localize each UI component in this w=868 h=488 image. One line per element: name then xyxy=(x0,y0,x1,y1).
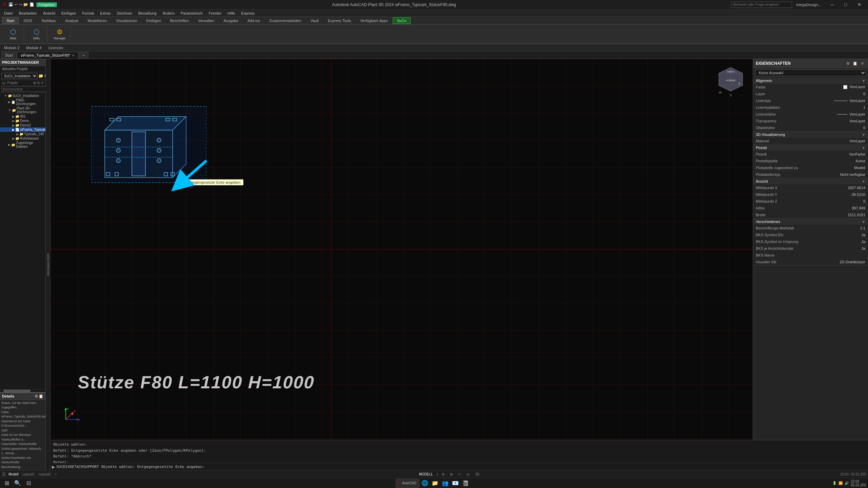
tab-start[interactable]: Start xyxy=(2,17,19,24)
tab-vault[interactable]: Vault xyxy=(306,17,323,24)
outlook-btn[interactable]: 📧 xyxy=(451,479,460,488)
menu-bemassung[interactable]: Bemaßung xyxy=(136,11,159,16)
chrome-btn[interactable]: 🌐 xyxy=(420,479,430,488)
maximize-button[interactable]: □ xyxy=(840,0,852,9)
menu-icon[interactable]: ☰ xyxy=(2,472,6,477)
undo-icon[interactable]: ↩ xyxy=(15,2,18,7)
tab-zusammenarbeiten[interactable]: Zusammenarbeiten xyxy=(265,17,306,24)
tab-ausgabe[interactable]: Ausgabe xyxy=(219,17,242,24)
tab-verfuegbare-apps[interactable]: Verfügbare Apps xyxy=(356,17,392,24)
props-section-plotstil-header[interactable]: Plotstil ▼ xyxy=(753,145,868,151)
props-tb-icon2[interactable]: 📋 xyxy=(852,60,858,66)
menu-zeichnen[interactable]: Zeichnen xyxy=(114,11,135,16)
start-button[interactable]: ⊞ xyxy=(2,479,12,488)
polar-btn[interactable]: ◎ xyxy=(465,471,471,477)
close-button[interactable]: ✕ xyxy=(853,0,865,9)
open-icon[interactable]: 📂 xyxy=(23,2,28,7)
tab-analyse[interactable]: Analyse xyxy=(61,17,83,24)
layout2-btn[interactable]: Layout2 xyxy=(37,471,52,477)
tab-stahlbau[interactable]: Stahlbau xyxy=(37,17,60,24)
menu-bearbeiten[interactable]: Bearbeiten xyxy=(16,11,40,16)
save-icon[interactable]: 💾 xyxy=(8,2,13,7)
tab-start-doc[interactable]: Start xyxy=(1,52,17,59)
teams-btn[interactable]: 👥 xyxy=(440,479,450,488)
props-section-3dvis-header[interactable]: 3D-Visualisierung ▼ xyxy=(753,131,868,138)
module-2[interactable]: Module 2 xyxy=(2,45,21,50)
menu-einfuegen[interactable]: Einfügen xyxy=(59,11,79,16)
tab-visualisieren[interactable]: Visualisieren xyxy=(112,17,141,24)
statusbar-modell[interactable]: MODELL xyxy=(418,471,434,477)
props-section-allgemein-header[interactable]: Allgemein ▼ xyxy=(753,78,868,84)
tree-item-rohrklassen[interactable]: ▶ 📁 Rohrklassen xyxy=(0,136,45,141)
tree-item-pid[interactable]: ▶ 📋 P&ID-Zeichnungen xyxy=(0,98,45,106)
new-icon[interactable]: 📄 xyxy=(29,2,34,7)
tree-collapse-icon[interactable]: ⊟ xyxy=(37,81,40,85)
tree-item-typicals[interactable]: ▶ 📁 Typicals_140 xyxy=(0,132,45,136)
freigeben-badge[interactable]: Freigeben xyxy=(36,2,57,7)
tab-modellieren[interactable]: Modellieren xyxy=(83,17,112,24)
tab-isos[interactable]: iSOS xyxy=(19,17,37,24)
tree-item-sucri[interactable]: ▼ 📁 SuCri_Installation xyxy=(0,94,45,98)
search-button[interactable]: 🔍 xyxy=(13,479,22,488)
model-btn[interactable]: Modell xyxy=(7,471,20,477)
minimize-button[interactable]: ─ xyxy=(826,0,838,9)
menu-extras[interactable]: Extras xyxy=(97,11,113,16)
sidebar-hscrollbar[interactable] xyxy=(0,389,45,392)
menu-hilfe[interactable]: Hilfe xyxy=(225,11,238,16)
layout1-btn[interactable]: Layout1 xyxy=(21,471,36,477)
props-close-icon[interactable]: ✕ xyxy=(859,60,865,66)
menu-datei[interactable]: Datei xyxy=(1,11,16,16)
grid-btn[interactable]: ⊞ xyxy=(449,471,454,477)
folder-icon[interactable]: 📁 xyxy=(38,74,43,78)
manager-btn[interactable]: ⚙ Manager xyxy=(52,26,68,42)
menu-ansicht[interactable]: Ansicht xyxy=(40,11,58,16)
tree-item-demo2[interactable]: ▶ 📁 Demo2 xyxy=(0,123,45,127)
search-input[interactable] xyxy=(1,86,47,92)
menu-format[interactable]: Format xyxy=(79,11,97,16)
props-section-verschiedenes-header[interactable]: Verschiedenes ▼ xyxy=(753,219,868,225)
redo-icon[interactable]: ↪ xyxy=(19,2,22,7)
ortho-btn[interactable]: ⊢ xyxy=(457,471,462,477)
tree-item-demo[interactable]: ▶ 📁 Demo xyxy=(0,119,45,123)
licences[interactable]: Licences xyxy=(46,45,65,50)
details-icon2[interactable]: 📋 xyxy=(39,394,43,399)
props-tb-icon1[interactable]: ⚙ xyxy=(845,60,851,66)
3d-btn[interactable]: 3D xyxy=(474,471,481,477)
sikla2-btn[interactable]: ⬡ Sikla xyxy=(28,26,44,42)
module-4[interactable]: Module 4 xyxy=(24,45,43,50)
tree-item-siframo[interactable]: ▶ 📄 siFramo_Typicals_StützeF80 xyxy=(0,127,45,132)
props-section-ansicht-header[interactable]: Ansicht ▼ xyxy=(753,178,868,184)
autocad-taskbar-btn[interactable]: A AutoCAD xyxy=(396,479,419,488)
sikla-btn[interactable]: ⬡ Sikla xyxy=(5,26,21,42)
tab-beschriften[interactable]: Beschriften xyxy=(166,17,193,24)
menu-express[interactable]: Express xyxy=(238,11,257,16)
project-dropdown[interactable]: SuCri_Installation xyxy=(1,73,38,79)
onenote-btn[interactable]: 📓 xyxy=(461,479,470,488)
tree-item-zugehoerige[interactable]: ▶ 📁 Zugehörige Dateien xyxy=(0,141,45,149)
tree-expand-icon[interactable]: ⊞ xyxy=(33,81,36,85)
props-selection-dropdown[interactable]: Keine Auswahl xyxy=(755,69,866,76)
tab-verwalten[interactable]: Verwalten xyxy=(194,17,219,24)
snap-btn[interactable]: ⊕ xyxy=(440,471,446,477)
tree-item-plant3d[interactable]: ▼ 📁 Plant 3D-Zeichnungen xyxy=(0,106,45,114)
taskview-button[interactable]: ⊟ xyxy=(24,479,33,488)
details-icon1[interactable]: ⚙ xyxy=(35,394,38,399)
folder-btn[interactable]: 📁 xyxy=(430,479,440,488)
tab-sucri[interactable]: SuCri xyxy=(393,17,411,24)
add-layout-btn[interactable]: + xyxy=(54,471,58,477)
menu-fenster[interactable]: Fenster xyxy=(206,11,224,16)
tab-new-doc[interactable]: + xyxy=(79,52,88,59)
tab-addins[interactable]: Add-ins xyxy=(243,17,264,24)
tab-einfuegen[interactable]: Einfügen xyxy=(142,17,165,24)
menu-aendern[interactable]: Ändern xyxy=(160,11,177,16)
tree-refresh-icon[interactable]: ↺ xyxy=(41,81,43,85)
tree-item-001[interactable]: ▶ 📁 001 xyxy=(0,114,45,119)
canvas-area[interactable]: Entgegengesetzte Ecke angeben: Stütze F8… xyxy=(51,59,753,440)
search-input[interactable] xyxy=(731,2,792,8)
tab-active-doc[interactable]: siFramo_Typicals_StützeF80* ✕ xyxy=(17,52,78,59)
close-doc-icon[interactable]: ✕ xyxy=(72,54,75,57)
menu-parametrisch[interactable]: Parametrisch xyxy=(178,11,205,16)
cmd-input[interactable] xyxy=(56,465,867,469)
viewcube[interactable]: OBEN VORNE S W S xyxy=(715,66,746,96)
tab-express-tools[interactable]: Express Tools xyxy=(323,17,355,24)
